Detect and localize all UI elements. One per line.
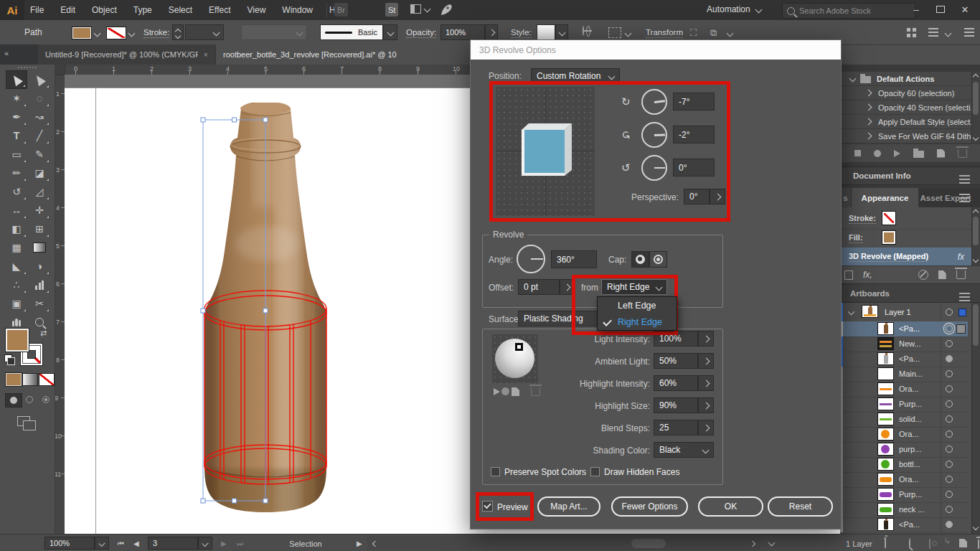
- menu-effect[interactable]: Effect: [209, 5, 230, 15]
- arrange-documents-icon[interactable]: [907, 28, 910, 32]
- opacity-label[interactable]: Opacity:: [406, 28, 436, 38]
- highlight-intensity-spinner-icon[interactable]: [698, 375, 714, 391]
- artboard-chevron-icon[interactable]: [198, 537, 212, 550]
- layer-thumbnail[interactable]: [877, 488, 894, 501]
- chevron-down-icon[interactable]: [849, 75, 857, 83]
- surface-dropdown[interactable]: Plastic Shading: [518, 311, 604, 326]
- highlight-size-spinner-icon[interactable]: [698, 397, 714, 413]
- artboard-number-field[interactable]: 3: [148, 537, 198, 550]
- preserve-spot-colors-label[interactable]: Preserve Spot Colors: [504, 467, 586, 477]
- menu-select[interactable]: Select: [169, 5, 192, 15]
- bounding-box-chevron-icon[interactable]: [625, 30, 632, 37]
- locate-object-icon[interactable]: [909, 538, 910, 548]
- appearance-scrollbar[interactable]: [971, 207, 980, 265]
- perspective-grid-tool[interactable]: [29, 220, 50, 238]
- fewer-options-button[interactable]: Fewer Options: [611, 496, 688, 517]
- scrollbar-thumb[interactable]: [631, 539, 666, 548]
- layer-row[interactable]: <Pa...: [840, 352, 968, 367]
- magic-wand-tool[interactable]: [6, 89, 27, 108]
- track-cube[interactable]: [514, 120, 576, 180]
- from-dropdown[interactable]: Right Edge: [601, 279, 667, 295]
- chevron-right-icon[interactable]: [865, 118, 872, 126]
- lasso-tool[interactable]: [29, 89, 50, 108]
- layer-thumbnail[interactable]: [877, 352, 894, 365]
- preview-label[interactable]: Preview: [497, 502, 528, 512]
- target-icon[interactable]: [946, 415, 953, 423]
- menu-window[interactable]: Window: [282, 5, 313, 15]
- prev-artboard-icon[interactable]: ◀: [133, 540, 139, 547]
- style-chevron-icon[interactable]: [555, 24, 568, 40]
- layer-row[interactable]: solid...: [840, 412, 968, 428]
- stroke-weight-stepper[interactable]: [172, 24, 184, 40]
- appearance-indicator[interactable]: [956, 324, 966, 334]
- actions-scrollbar[interactable]: [971, 72, 980, 143]
- new-stroke-icon[interactable]: [844, 270, 853, 280]
- stroke-color-swatch[interactable]: [106, 27, 126, 39]
- align-chevron-icon[interactable]: [727, 30, 734, 37]
- play-icon[interactable]: [894, 150, 900, 157]
- brush-chevron-icon[interactable]: [383, 24, 397, 40]
- pen-tool[interactable]: [6, 108, 27, 126]
- new-action-icon[interactable]: [937, 149, 945, 158]
- toolbar-grip[interactable]: [17, 66, 37, 69]
- ambient-light-field[interactable]: 50%: [654, 353, 698, 369]
- opacity-field[interactable]: 100%: [440, 24, 485, 40]
- artboards-panel-header[interactable]: Artboards: [840, 283, 980, 303]
- target-icon[interactable]: [946, 385, 953, 392]
- new-set-icon[interactable]: [913, 151, 924, 158]
- opacity-spinner-icon[interactable]: [485, 24, 498, 40]
- offset-field[interactable]: 0 pt: [518, 279, 560, 295]
- slice-tool[interactable]: [29, 294, 50, 313]
- gpu-performance-rocket-icon[interactable]: [439, 3, 453, 17]
- workspace-chevron-icon[interactable]: [945, 30, 952, 37]
- move-light-back-icon[interactable]: [494, 388, 500, 395]
- layer-thumbnail[interactable]: [877, 413, 894, 425]
- layer-thumbnail[interactable]: [877, 458, 894, 471]
- light-intensity-spinner-icon[interactable]: [698, 331, 714, 347]
- gradient-mode-button[interactable]: [22, 373, 38, 386]
- paintbrush-tool[interactable]: [29, 145, 50, 164]
- rotate-y-field[interactable]: -2°: [673, 126, 715, 143]
- new-sublayer-icon[interactable]: [943, 536, 951, 546]
- layer-row[interactable]: bottl...: [840, 457, 968, 473]
- shape-builder-tool[interactable]: [6, 220, 27, 238]
- appearance-fill-label[interactable]: Fill:: [849, 233, 863, 243]
- layer-row[interactable]: Ora...: [840, 382, 968, 397]
- vertical-scroll-chevron-icon[interactable]: [768, 540, 776, 547]
- chevron-right-icon[interactable]: [865, 104, 872, 111]
- variable-width-profile[interactable]: [241, 24, 307, 40]
- rotate-x-dial[interactable]: [641, 89, 667, 115]
- chevron-right-icon[interactable]: [865, 90, 872, 97]
- tab-asset-export[interactable]: Asset Export: [919, 188, 972, 207]
- artboard-tool[interactable]: [6, 294, 27, 313]
- target-icon[interactable]: [946, 325, 953, 332]
- layer-row[interactable]: Ora...: [840, 427, 968, 443]
- blend-steps-spinner-icon[interactable]: [698, 420, 714, 435]
- rotate-x-field[interactable]: -7°: [673, 93, 715, 110]
- style-swatch[interactable]: [537, 24, 555, 40]
- stroke-label[interactable]: Stroke:: [143, 28, 169, 38]
- rotate-z-dial[interactable]: [641, 155, 667, 181]
- duplicate-item-icon[interactable]: [938, 270, 946, 279]
- position-dropdown[interactable]: Custom Rotation: [531, 68, 620, 84]
- menu-item-right-edge[interactable]: Right Edge: [598, 314, 677, 330]
- menu-edit[interactable]: Edit: [60, 5, 75, 15]
- layer-thumbnail[interactable]: [877, 367, 894, 380]
- stock-search[interactable]: Search Adobe Stock: [782, 3, 915, 19]
- transform-label[interactable]: Transform: [646, 28, 683, 38]
- menu-file[interactable]: File: [30, 5, 44, 15]
- draw-hidden-faces-label[interactable]: Draw Hidden Faces: [604, 467, 679, 477]
- layer-thumbnail[interactable]: [877, 397, 894, 410]
- layer-thumbnail[interactable]: [877, 473, 894, 486]
- panel-menu-icon[interactable]: [959, 194, 970, 195]
- scale-tool[interactable]: [29, 182, 50, 201]
- menu-object[interactable]: Object: [92, 5, 117, 15]
- line-segment-tool[interactable]: [29, 126, 50, 145]
- document-info-panel-header[interactable]: Document Info: [840, 166, 980, 185]
- fill-chevron-icon[interactable]: [94, 30, 101, 37]
- layer-row[interactable]: Purp...: [840, 487, 968, 503]
- eraser-tool[interactable]: [29, 164, 50, 182]
- layer-thumbnail[interactable]: [877, 428, 894, 441]
- layer-row[interactable]: Main...: [840, 367, 968, 382]
- align-icon[interactable]: ⛶: [690, 27, 697, 39]
